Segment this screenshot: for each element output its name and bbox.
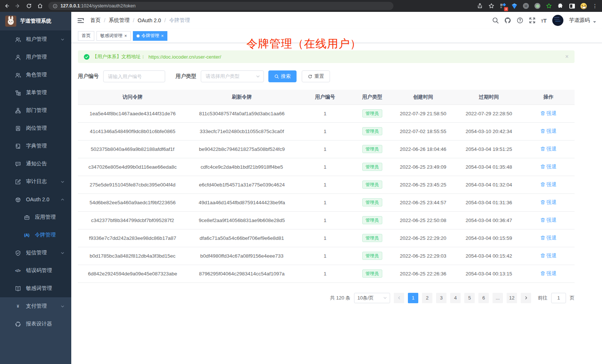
cell-created: 2022-06-25 22:29:03 <box>391 247 455 265</box>
side-panel-icon[interactable] <box>569 3 575 9</box>
force-logout-button[interactable]: 强退 <box>540 128 556 135</box>
puzzle-extensions-icon[interactable] <box>557 3 564 9</box>
sidebar-item-pay[interactable]: ¥支付管理 <box>0 297 71 315</box>
goto-page-input[interactable] <box>551 293 566 303</box>
reset-button[interactable]: 重置 <box>302 70 330 82</box>
sidebar-item-post[interactable]: 岗位管理 <box>0 119 71 137</box>
github-icon[interactable] <box>504 17 511 24</box>
sidebar-item-oauth2-app[interactable]: 应用管理 <box>0 208 71 226</box>
sidebar-item-label: 短信管理 <box>26 249 47 256</box>
recorder-extension-icon[interactable] <box>534 3 541 9</box>
table-header-row: 访问令牌 刷新令牌 用户编号 用户类型 创建时间 过期时间 操作 <box>78 90 575 105</box>
page-button-1[interactable]: 1 <box>408 293 418 303</box>
cell-created: 2022-06-26 18:04:46 <box>391 140 455 158</box>
app-title: 芋道管理系统 <box>20 18 51 24</box>
tab-首页[interactable]: 首页 <box>78 31 94 41</box>
cell-refresh-token: cdfc4ce9c2da4bb1bdf21b9918ff4be5 <box>187 158 296 176</box>
force-logout-button[interactable]: 强退 <box>540 146 556 152</box>
force-logout-button[interactable]: 强退 <box>540 252 556 259</box>
user-type-select[interactable]: 请选择用户类型 <box>201 70 264 82</box>
sidebar: 芋道管理系统 租户管理用户管理角色管理菜单管理部门管理岗位管理字典管理通知公告审… <box>0 12 71 364</box>
sidebar-item-oauth2-token[interactable]: (A)令牌管理 <box>0 226 71 244</box>
page-button-5[interactable]: 5 <box>464 293 475 303</box>
sidebar-item-error-code[interactable]: </>错误码管理 <box>0 262 71 279</box>
force-logout-button[interactable]: 强退 <box>540 110 556 117</box>
avatar[interactable] <box>552 15 563 26</box>
search-icon[interactable] <box>492 17 499 24</box>
cell-user-type: 管理员 <box>354 211 391 229</box>
extension-tabs-icon[interactable]: 9 <box>500 3 506 9</box>
force-logout-label: 强退 <box>546 128 556 135</box>
tab-敏感词管理[interactable]: 敏感词管理× <box>96 31 131 41</box>
breadcrumb: 首页 / 系统管理 / OAuth 2.0 / 令牌管理 <box>90 17 190 24</box>
app-logo-row[interactable]: 芋道管理系统 <box>0 12 71 30</box>
force-logout-button[interactable]: 强退 <box>540 270 556 277</box>
cell-access-token: 1ea5e44f8bc1467aaede43144f31de76 <box>78 105 187 122</box>
bookmark-star-icon[interactable] <box>488 3 495 9</box>
cell-refresh-token: 8796295f04064c2983414cc54af1097a <box>187 265 296 282</box>
command-extension-icon[interactable]: ⌘ <box>523 3 529 9</box>
sidebar-item-tenant[interactable]: 租户管理 <box>0 30 71 48</box>
sidebar-item-dept[interactable]: 部门管理 <box>0 102 71 119</box>
cell-access-token: 54d6be82ee5a460a9aedc1f9bf223656 <box>78 193 187 211</box>
url-bar[interactable]: 127.0.0.1:1024/system/oauth2/token <box>48 2 393 10</box>
breadcrumb-system[interactable]: 系统管理 <box>109 17 130 24</box>
home-icon[interactable] <box>37 3 43 9</box>
sidebar-item-user[interactable]: 用户管理 <box>0 48 71 66</box>
force-logout-button[interactable]: 强退 <box>540 181 556 188</box>
page-button-12[interactable]: 12 <box>507 293 517 303</box>
chevron-down-icon[interactable] <box>593 21 596 23</box>
sidebar-item-dict[interactable]: 字典管理 <box>0 137 71 155</box>
breadcrumb-oauth2[interactable]: OAuth 2.0 <box>138 17 161 23</box>
back-icon[interactable] <box>4 3 10 9</box>
tab-close-icon[interactable]: × <box>124 34 127 38</box>
tab-令牌管理[interactable]: 令牌管理× <box>133 31 167 41</box>
profile-avatar-icon[interactable] <box>580 3 587 9</box>
force-logout-button[interactable]: 强退 <box>540 235 556 241</box>
force-logout-button[interactable]: 强退 <box>540 163 556 170</box>
page-ellipsis[interactable]: ... <box>493 293 503 303</box>
prev-page-icon[interactable] <box>394 293 404 303</box>
sidebar-item-oauth2[interactable]: OAuth 2.0 <box>0 191 71 208</box>
code-icon: </> <box>15 268 21 273</box>
sidebar-item-audit-log[interactable]: 审计日志 <box>0 173 71 191</box>
sidebar-item-sms[interactable]: 短信管理 <box>0 244 71 262</box>
close-icon[interactable]: × <box>565 53 569 60</box>
site-info-icon[interactable] <box>53 4 58 9</box>
table-row: 41c41346a548490f9dc8b01c6bfe0865333ecfc7… <box>78 122 575 140</box>
force-logout-button[interactable]: 强退 <box>540 199 556 206</box>
page-button-4[interactable]: 4 <box>450 293 461 303</box>
user-id-input[interactable] <box>103 70 165 82</box>
star-extension-icon[interactable] <box>546 3 552 9</box>
breadcrumb-home[interactable]: 首页 <box>90 17 101 24</box>
sidebar-item-menu[interactable]: 菜单管理 <box>0 84 71 102</box>
sidebar-item-notice[interactable]: 通知公告 <box>0 155 71 173</box>
sidebar-item-label: 租户管理 <box>26 36 47 43</box>
page-button-3[interactable]: 3 <box>436 293 446 303</box>
force-logout-button[interactable]: 强退 <box>540 217 556 224</box>
tab-close-icon[interactable]: × <box>161 34 164 38</box>
page-size-select[interactable]: 10条/页 <box>354 293 390 303</box>
reload-icon[interactable] <box>26 3 32 9</box>
sidebar-item-sensitive-word[interactable]: 敏感词管理 <box>0 279 71 297</box>
user-name[interactable]: 芋道源码 <box>569 17 590 24</box>
cell-ops: 强退 <box>522 265 575 282</box>
collapse-sidebar-icon[interactable] <box>77 17 84 24</box>
page-button-2[interactable]: 2 <box>422 293 432 303</box>
font-size-icon[interactable]: TT <box>541 17 547 24</box>
help-icon[interactable] <box>517 17 523 24</box>
org-icon <box>15 108 21 113</box>
gem-extension-icon[interactable] <box>511 3 518 9</box>
sidebar-item-role[interactable]: 角色管理 <box>0 66 71 84</box>
page-button-6[interactable]: 6 <box>478 293 489 303</box>
sidebar-item-report[interactable]: 报表设计器 <box>0 315 71 333</box>
browser-menu-icon[interactable]: ⋮ <box>592 3 598 9</box>
next-page-icon[interactable] <box>521 293 531 303</box>
forward-icon[interactable] <box>15 3 21 9</box>
share-icon[interactable] <box>477 3 483 9</box>
search-button[interactable]: 搜索 <box>268 70 297 82</box>
cell-user-type: 管理员 <box>354 229 391 247</box>
fullscreen-icon[interactable] <box>529 17 536 24</box>
user-type-tag: 管理员 <box>362 163 382 171</box>
alert-link[interactable]: https://doc.iocoder.cn/user-center/ <box>148 54 221 60</box>
